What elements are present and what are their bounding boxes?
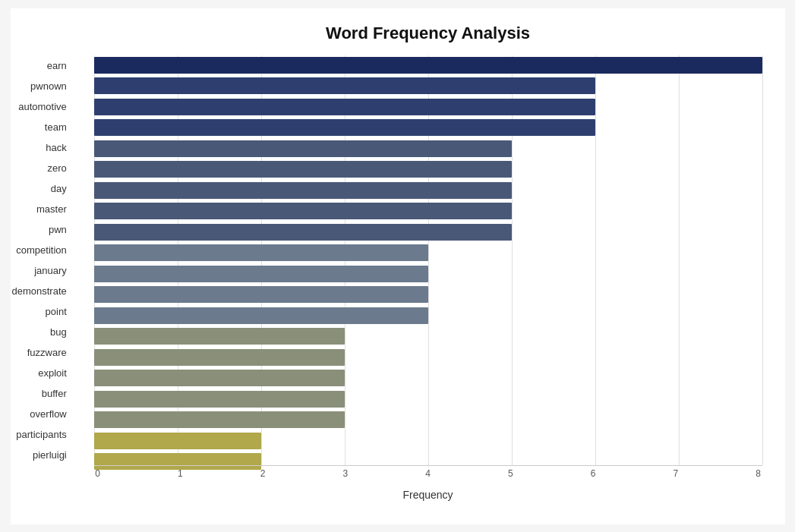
bar — [94, 391, 345, 408]
bar — [94, 161, 512, 178]
bar — [94, 57, 762, 74]
bar — [94, 307, 428, 324]
bar — [94, 328, 345, 345]
x-tick-label: 1 — [176, 468, 184, 479]
y-label: overflow — [12, 404, 71, 424]
bar — [94, 203, 512, 219]
bar-row — [94, 431, 762, 451]
x-tick-label: 6 — [589, 468, 597, 479]
bar — [94, 140, 512, 157]
bar — [94, 244, 428, 261]
bar-row — [94, 76, 762, 96]
bar — [94, 77, 595, 94]
y-label: point — [12, 301, 71, 322]
x-tick-label: 0 — [94, 468, 102, 479]
y-label: automotive — [12, 96, 71, 117]
chart-title: Word Frequency Analysis — [94, 24, 762, 43]
bar-row — [94, 159, 762, 179]
y-label: exploit — [12, 363, 71, 383]
x-tick-label: 8 — [755, 468, 762, 479]
bar — [94, 370, 345, 386]
x-axis-label: Frequency — [94, 489, 762, 501]
bar-row — [94, 139, 762, 159]
y-label: buffer — [12, 383, 71, 404]
x-tick-label: 3 — [342, 468, 349, 479]
x-axis: 012345678 — [94, 465, 762, 484]
y-label: pwnown — [12, 76, 71, 96]
chart-area: earnpwnownautomotiveteamhackzerodaymaste… — [94, 55, 762, 484]
bar-row — [94, 410, 762, 430]
bar-row — [94, 389, 762, 409]
bar-row — [94, 264, 762, 284]
x-tick-label: 7 — [672, 468, 680, 479]
y-label: team — [12, 117, 71, 137]
bar-row — [94, 326, 762, 346]
bar-row — [94, 348, 762, 367]
bar-row — [94, 306, 762, 326]
bar-row — [94, 243, 762, 263]
bar — [94, 99, 595, 115]
grid-line — [762, 55, 763, 465]
y-label: pwn — [12, 219, 71, 240]
y-label: demonstrate — [12, 281, 71, 301]
y-label: hack — [12, 137, 71, 158]
bar-row — [94, 55, 762, 75]
y-label: earn — [12, 55, 71, 76]
bar-row — [94, 285, 762, 304]
y-label: fuzzware — [12, 342, 71, 363]
bar — [94, 119, 595, 136]
chart-container: Word Frequency Analysis earnpwnownautomo… — [11, 8, 785, 524]
bar — [94, 349, 345, 366]
y-label: january — [12, 260, 71, 281]
y-label: master — [12, 199, 71, 219]
bar — [94, 224, 512, 241]
bar-row — [94, 97, 762, 117]
x-tick-label: 4 — [424, 468, 432, 479]
y-label: competition — [12, 240, 71, 260]
y-label: pierluigi — [12, 445, 71, 465]
bar-row — [94, 181, 762, 200]
y-label: day — [12, 178, 71, 199]
bar — [94, 433, 261, 449]
y-label: bug — [12, 322, 71, 342]
x-tick-label: 5 — [506, 468, 514, 479]
bar — [94, 286, 428, 303]
bars-wrapper — [94, 55, 762, 465]
x-ticks-container: 012345678 — [94, 466, 762, 479]
bar — [94, 411, 345, 428]
bar — [94, 182, 512, 199]
x-tick-label: 2 — [259, 468, 267, 479]
bar-row — [94, 201, 762, 221]
bar-row — [94, 118, 762, 137]
bar — [94, 266, 428, 282]
bar-row — [94, 222, 762, 242]
y-label: zero — [12, 158, 71, 178]
y-label: participants — [12, 424, 71, 445]
y-axis-labels: earnpwnownautomotiveteamhackzerodaymaste… — [12, 55, 71, 465]
bar-row — [94, 368, 762, 388]
